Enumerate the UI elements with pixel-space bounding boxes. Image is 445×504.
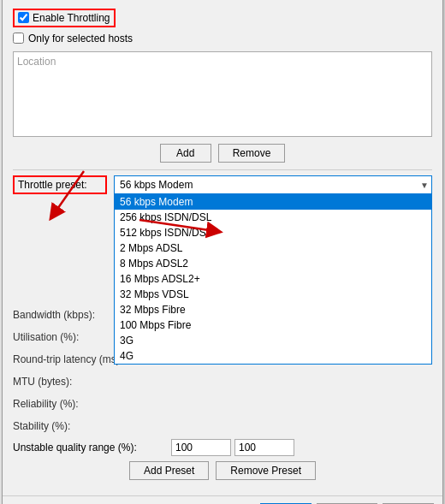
stability-label: Stability (%): <box>13 420 171 432</box>
unstable-row: Unstable quality range (%): <box>13 439 432 456</box>
only-selected-hosts-checkbox[interactable] <box>13 33 24 44</box>
preset-option-3g[interactable]: 3G <box>115 333 431 348</box>
reliability-label: Reliability (%): <box>13 398 171 410</box>
preset-option-16mbps[interactable]: 16 Mbps ADSL2+ <box>115 271 431 287</box>
bottom-actions: Import Export OK Cancel Help <box>3 495 442 505</box>
preset-section: Throttle preset: 56 kbps Modem ▼ 56 kbps… <box>13 175 432 480</box>
mtu-label: MTU (bytes): <box>13 376 171 388</box>
enable-throttling-checkbox[interactable] <box>18 12 29 23</box>
preset-row: Throttle preset: 56 kbps Modem ▼ 56 kbps… <box>13 175 432 194</box>
preset-label: Throttle preset: <box>13 175 107 194</box>
preset-option-32mbps-fibre[interactable]: 32 Mbps Fibre <box>115 302 431 317</box>
unstable-input-2[interactable] <box>234 439 294 456</box>
throttle-settings-window: ⚙ Throttle Settings ✕ Enable Throttling … <box>2 0 443 504</box>
unstable-input-1[interactable] <box>171 439 231 456</box>
add-preset-button[interactable]: Add Preset <box>129 461 209 480</box>
enable-throttling-row: Enable Throttling <box>13 9 432 27</box>
preset-option-2mbps[interactable]: 2 Mbps ADSL <box>115 240 431 256</box>
remove-button[interactable]: Remove <box>218 144 286 163</box>
preset-option-512kbps[interactable]: 512 kbps ISDN/DSL <box>115 225 431 240</box>
mtu-row: MTU (bytes): <box>13 372 432 391</box>
preset-select-display[interactable]: 56 kbps Modem ▼ <box>114 175 432 194</box>
preset-option-100mbps[interactable]: 100 Mbps Fibre <box>115 317 431 333</box>
preset-selected-value: 56 kbps Modem <box>120 179 193 191</box>
unstable-label: Unstable quality range (%): <box>13 442 171 454</box>
reliability-row: Reliability (%): <box>13 394 432 413</box>
location-box[interactable]: Location <box>13 51 432 137</box>
only-selected-hosts-label: Only for selected hosts <box>28 33 133 44</box>
dropdown-arrow-icon: ▼ <box>420 180 429 189</box>
location-placeholder: Location <box>17 56 56 68</box>
only-selected-hosts-row: Only for selected hosts <box>13 33 432 44</box>
stability-row: Stability (%): <box>13 417 432 436</box>
divider-1 <box>13 169 432 170</box>
preset-option-4g[interactable]: 4G <box>115 348 431 364</box>
preset-dropdown-list: 56 kbps Modem 256 kbps ISDN/DSL 512 kbps… <box>114 194 432 365</box>
preset-actions: Add Preset Remove Preset <box>13 461 432 480</box>
unstable-inputs <box>171 439 294 456</box>
add-button[interactable]: Add <box>160 144 211 163</box>
location-buttons: Add Remove <box>13 144 432 163</box>
preset-select-container: 56 kbps Modem ▼ 56 kbps Modem 256 kbps I… <box>114 175 432 194</box>
enable-throttling-label[interactable]: Enable Throttling <box>13 9 116 27</box>
preset-option-32mbps-vdsl[interactable]: 32 Mbps VDSL <box>115 287 431 302</box>
preset-option-56kbps[interactable]: 56 kbps Modem <box>115 194 431 210</box>
remove-preset-button[interactable]: Remove Preset <box>216 461 316 480</box>
content-area: Enable Throttling Only for selected host… <box>3 0 442 495</box>
preset-option-256kbps[interactable]: 256 kbps ISDN/DSL <box>115 210 431 225</box>
preset-option-8mbps[interactable]: 8 Mbps ADSL2 <box>115 256 431 271</box>
